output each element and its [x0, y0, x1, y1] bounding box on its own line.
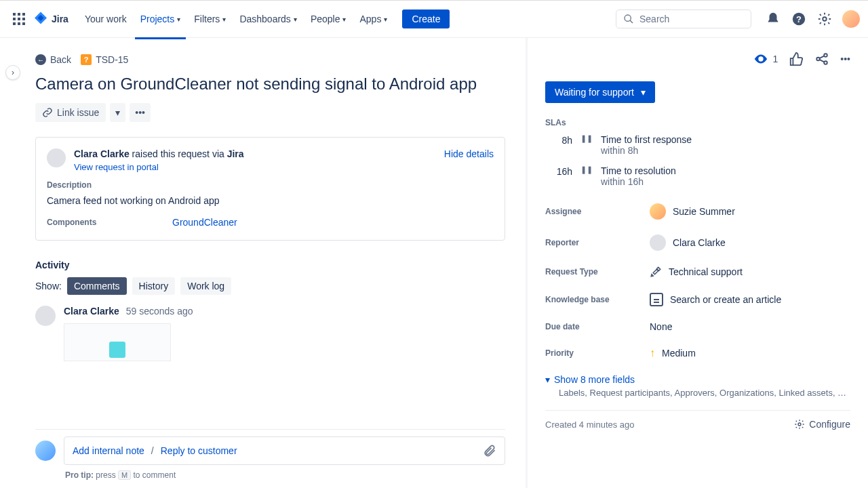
hide-details-link[interactable]: Hide details	[444, 148, 494, 159]
comment-author-avatar	[35, 306, 56, 326]
assignee-avatar	[650, 203, 666, 220]
comment-timestamp: 59 seconds ago	[126, 306, 193, 317]
search-input[interactable]: Search	[616, 9, 751, 28]
assignee-label: Assignee	[545, 207, 650, 216]
nav-people[interactable]: People▾	[305, 9, 352, 28]
svg-rect-6	[13, 22, 16, 25]
chevron-down-icon: ▾	[384, 16, 387, 23]
chevron-down-icon: ▾	[342, 16, 346, 23]
created-timestamp: Created 4 minutes ago	[545, 420, 635, 430]
watch-button[interactable]: 1	[753, 52, 778, 66]
comment-author[interactable]: Clara Clarke	[64, 306, 119, 317]
reply-to-customer-link[interactable]: Reply to customer	[161, 445, 237, 456]
more-icon[interactable]: •••	[840, 54, 850, 64]
tab-history[interactable]: History	[132, 277, 176, 295]
link-issue-dropdown[interactable]: ▾	[110, 103, 125, 122]
link-icon	[42, 107, 53, 118]
article-icon	[650, 293, 663, 306]
comment-item: Clara Clarke 59 seconds ago	[35, 306, 505, 361]
svg-rect-1	[18, 13, 20, 16]
attach-icon[interactable]	[483, 444, 496, 458]
more-actions-button[interactable]: •••	[130, 103, 151, 122]
requester-name: Clara Clarke	[74, 148, 130, 159]
zip-file-icon	[109, 342, 125, 358]
show-more-fields-link[interactable]: ▾ Show 8 more fields	[545, 374, 850, 385]
chevron-down-icon: ▾	[545, 374, 550, 385]
gear-icon	[794, 419, 805, 430]
description-label: Description	[47, 180, 494, 190]
tab-comments[interactable]: Comments	[67, 277, 127, 295]
more-icon: •••	[135, 107, 145, 118]
reporter-label: Reporter	[545, 238, 650, 247]
profile-avatar[interactable]	[842, 10, 860, 28]
chevron-down-icon: ▾	[222, 16, 226, 23]
assignee-value[interactable]: Suzie Summer	[650, 203, 735, 220]
svg-rect-7	[18, 22, 20, 25]
show-label: Show:	[35, 281, 62, 291]
svg-point-9	[625, 15, 631, 21]
svg-rect-2	[22, 13, 25, 16]
status-dropdown[interactable]: Waiting for support ▾	[545, 81, 655, 103]
due-date-value[interactable]: None	[650, 321, 672, 332]
help-icon[interactable]: ?	[791, 11, 807, 27]
request-type-label: Request Type	[545, 267, 650, 277]
tools-icon	[650, 266, 662, 278]
svg-rect-3	[13, 18, 16, 20]
issue-title[interactable]: Camera on GroundCleaner not sending sign…	[35, 75, 505, 94]
priority-value[interactable]: ↑ Medium	[650, 347, 696, 359]
create-button[interactable]: Create	[402, 9, 450, 28]
attachment-thumbnail[interactable]	[64, 323, 171, 361]
priority-label: Priority	[545, 348, 650, 358]
requester-avatar	[47, 148, 66, 167]
description-value[interactable]: Camera feed not working on Android app	[47, 195, 494, 206]
logo-text: Jira	[52, 14, 68, 24]
activity-heading: Activity	[35, 260, 505, 270]
issue-type-icon: ?	[81, 54, 92, 65]
sla-first-response: 8h ❚❚ Time to first response within 8h	[545, 134, 850, 156]
nav-apps[interactable]: Apps▾	[354, 9, 393, 28]
settings-icon[interactable]	[816, 11, 833, 27]
add-internal-note-link[interactable]: Add internal note	[73, 445, 144, 456]
pause-icon: ❚❚	[580, 165, 593, 174]
current-user-avatar	[35, 441, 56, 461]
knowledge-base-value[interactable]: Search or create an article	[650, 293, 781, 306]
pause-icon: ❚❚	[580, 134, 593, 143]
knowledge-base-label: Knowledge base	[545, 295, 650, 304]
jira-logo[interactable]: Jira	[33, 11, 68, 27]
svg-line-17	[820, 56, 825, 58]
like-icon[interactable]	[789, 52, 804, 66]
nav-filters[interactable]: Filters▾	[189, 9, 231, 28]
component-link[interactable]: GroundCleaner	[172, 217, 237, 228]
nav-projects[interactable]: Projects▾	[135, 9, 186, 28]
svg-point-19	[798, 423, 801, 426]
issue-main-panel: ← Back ? TSD-15 Camera on GroundCleaner …	[0, 38, 528, 488]
notifications-icon[interactable]	[765, 11, 781, 27]
view-in-portal-link[interactable]: View request in portal	[74, 162, 436, 172]
svg-line-18	[820, 60, 825, 62]
svg-point-13	[823, 17, 827, 21]
share-icon[interactable]	[814, 52, 829, 66]
link-issue-button[interactable]: Link issue	[35, 103, 106, 122]
svg-text:?: ?	[796, 14, 802, 24]
back-button[interactable]: ← Back	[35, 54, 71, 65]
tab-worklog[interactable]: Work log	[180, 277, 231, 295]
chevron-down-icon: ▾	[177, 16, 180, 23]
show-more-fields-sub: Labels, Request participants, Approvers,…	[559, 388, 850, 398]
reply-input[interactable]: Add internal note / Reply to customer	[64, 436, 505, 465]
configure-link[interactable]: Configure	[794, 419, 850, 430]
search-icon	[623, 14, 634, 24]
slas-heading: SLAs	[545, 118, 850, 127]
request-type-value[interactable]: Technical support	[650, 266, 743, 278]
app-switcher-icon[interactable]	[8, 8, 30, 30]
nav-dashboards[interactable]: Dashboards▾	[234, 9, 302, 28]
panel-resize-handle[interactable]	[525, 38, 527, 488]
pro-tip-text: Pro tip: press M to comment	[65, 470, 505, 480]
nav-your-work[interactable]: Your work	[79, 9, 132, 28]
sla-resolution: 16h ❚❚ Time to resolution within 16h	[545, 165, 850, 187]
issue-key-link[interactable]: ? TSD-15	[81, 54, 128, 65]
priority-medium-icon: ↑	[650, 347, 655, 359]
reporter-value[interactable]: Clara Clarke	[650, 235, 726, 251]
chevron-down-icon: ▾	[641, 87, 646, 98]
reporter-avatar	[650, 235, 666, 251]
components-label: Components	[47, 218, 172, 227]
